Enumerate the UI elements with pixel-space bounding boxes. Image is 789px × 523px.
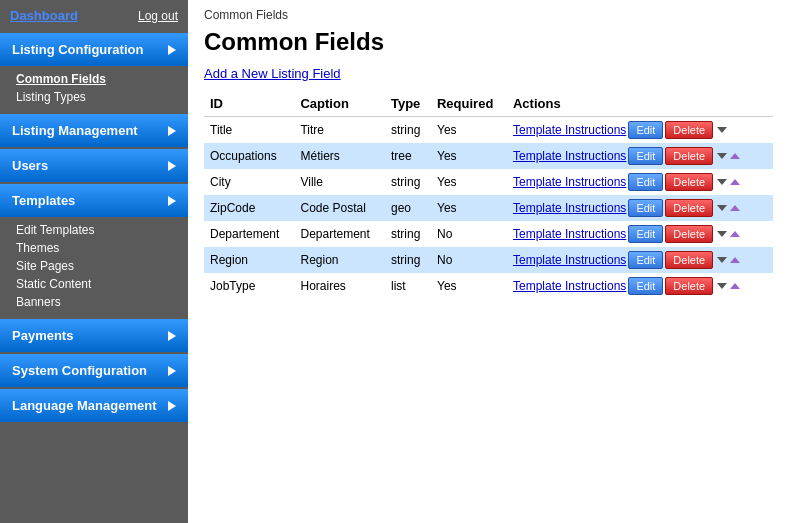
edit-button[interactable]: Edit (628, 121, 663, 139)
field-type: string (385, 221, 431, 247)
sidebar-item-listing-configuration[interactable]: Listing Configuration (0, 33, 188, 66)
sidebar-item-label: Listing Management (12, 123, 138, 138)
delete-button[interactable]: Delete (665, 173, 713, 191)
delete-button[interactable]: Delete (665, 277, 713, 295)
edit-button[interactable]: Edit (628, 147, 663, 165)
table-header-actions: Actions (507, 91, 773, 117)
sidebar-item-label: Users (12, 158, 48, 173)
field-type: string (385, 117, 431, 144)
sidebar-submenu-item-banners[interactable]: Banners (16, 293, 188, 311)
field-type: geo (385, 195, 431, 221)
sidebar-submenu-item-static-content[interactable]: Static Content (16, 275, 188, 293)
table-header-type: Type (385, 91, 431, 117)
field-actions: Template InstructionsEditDelete (507, 273, 773, 299)
move-up-icon[interactable] (730, 283, 740, 289)
template-instructions-link[interactable]: Template Instructions (513, 253, 626, 267)
sidebar-item-listing-management[interactable]: Listing Management (0, 114, 188, 147)
field-caption: Ville (294, 169, 384, 195)
delete-button[interactable]: Delete (665, 121, 713, 139)
field-caption: Horaires (294, 273, 384, 299)
sidebar-submenu-item-edit-templates[interactable]: Edit Templates (16, 221, 188, 239)
delete-button[interactable]: Delete (665, 199, 713, 217)
sidebar-item-system-configuration[interactable]: System Configuration (0, 354, 188, 387)
field-actions: Template InstructionsEditDelete (507, 117, 773, 144)
field-id: Occupations (204, 143, 294, 169)
move-up-icon[interactable] (730, 205, 740, 211)
move-down-icon[interactable] (717, 283, 727, 289)
field-required: Yes (431, 169, 507, 195)
edit-button[interactable]: Edit (628, 199, 663, 217)
field-type: string (385, 247, 431, 273)
field-id: City (204, 169, 294, 195)
table-row: ZipCodeCode PostalgeoYesTemplate Instruc… (204, 195, 773, 221)
field-caption: Métiers (294, 143, 384, 169)
sidebar-top: Dashboard Log out (0, 0, 188, 31)
logout-link[interactable]: Log out (138, 9, 178, 23)
template-instructions-link[interactable]: Template Instructions (513, 227, 626, 241)
table-header-caption: Caption (294, 91, 384, 117)
sidebar: Dashboard Log out Listing ConfigurationC… (0, 0, 188, 523)
delete-button[interactable]: Delete (665, 147, 713, 165)
table-row: TitleTitrestringYesTemplate Instructions… (204, 117, 773, 144)
sidebar-submenu-templates: Edit TemplatesThemesSite PagesStatic Con… (0, 217, 188, 317)
delete-button[interactable]: Delete (665, 251, 713, 269)
table-row: CityVillestringYesTemplate InstructionsE… (204, 169, 773, 195)
move-up-icon[interactable] (730, 179, 740, 185)
sidebar-nav: Listing ConfigurationCommon FieldsListin… (0, 31, 188, 422)
field-required: No (431, 247, 507, 273)
sidebar-item-templates[interactable]: Templates (0, 184, 188, 217)
sidebar-arrow-icon (168, 161, 176, 171)
sidebar-arrow-icon (168, 401, 176, 411)
move-down-icon[interactable] (717, 205, 727, 211)
edit-button[interactable]: Edit (628, 277, 663, 295)
table-row: OccupationsMétierstreeYesTemplate Instru… (204, 143, 773, 169)
template-instructions-link[interactable]: Template Instructions (513, 201, 626, 215)
edit-button[interactable]: Edit (628, 173, 663, 191)
edit-button[interactable]: Edit (628, 251, 663, 269)
field-caption: Region (294, 247, 384, 273)
field-type: tree (385, 143, 431, 169)
move-up-icon[interactable] (730, 257, 740, 263)
table-header-id: ID (204, 91, 294, 117)
template-instructions-link[interactable]: Template Instructions (513, 149, 626, 163)
sidebar-submenu-item-common-fields[interactable]: Common Fields (16, 70, 188, 88)
template-instructions-link[interactable]: Template Instructions (513, 123, 626, 137)
field-required: No (431, 221, 507, 247)
field-id: Title (204, 117, 294, 144)
sidebar-arrow-icon (168, 126, 176, 136)
sidebar-item-payments[interactable]: Payments (0, 319, 188, 352)
delete-button[interactable]: Delete (665, 225, 713, 243)
template-instructions-link[interactable]: Template Instructions (513, 175, 626, 189)
template-instructions-link[interactable]: Template Instructions (513, 279, 626, 293)
move-up-icon[interactable] (730, 153, 740, 159)
sidebar-submenu-item-listing-types[interactable]: Listing Types (16, 88, 188, 106)
move-down-icon[interactable] (717, 231, 727, 237)
move-down-icon[interactable] (717, 153, 727, 159)
edit-button[interactable]: Edit (628, 225, 663, 243)
move-up-icon[interactable] (730, 231, 740, 237)
table-row: RegionRegionstringNoTemplate Instruction… (204, 247, 773, 273)
add-listing-field-link[interactable]: Add a New Listing Field (204, 66, 773, 81)
table-header-row: IDCaptionTypeRequiredActions (204, 91, 773, 117)
breadcrumb: Common Fields (204, 8, 773, 22)
sidebar-item-users[interactable]: Users (0, 149, 188, 182)
move-down-icon[interactable] (717, 257, 727, 263)
move-down-icon[interactable] (717, 127, 727, 133)
field-type: string (385, 169, 431, 195)
table-body: TitleTitrestringYesTemplate Instructions… (204, 117, 773, 300)
field-required: Yes (431, 143, 507, 169)
sidebar-arrow-icon (168, 45, 176, 55)
field-actions: Template InstructionsEditDelete (507, 169, 773, 195)
sidebar-submenu-item-themes[interactable]: Themes (16, 239, 188, 257)
move-down-icon[interactable] (717, 179, 727, 185)
sidebar-item-language-management[interactable]: Language Management (0, 389, 188, 422)
field-actions: Template InstructionsEditDelete (507, 143, 773, 169)
field-id: ZipCode (204, 195, 294, 221)
sidebar-item-label: Payments (12, 328, 73, 343)
field-required: Yes (431, 273, 507, 299)
sidebar-arrow-icon (168, 331, 176, 341)
sidebar-item-label: Listing Configuration (12, 42, 143, 57)
sidebar-item-label: Language Management (12, 398, 156, 413)
dashboard-link[interactable]: Dashboard (10, 8, 78, 23)
sidebar-submenu-item-site-pages[interactable]: Site Pages (16, 257, 188, 275)
